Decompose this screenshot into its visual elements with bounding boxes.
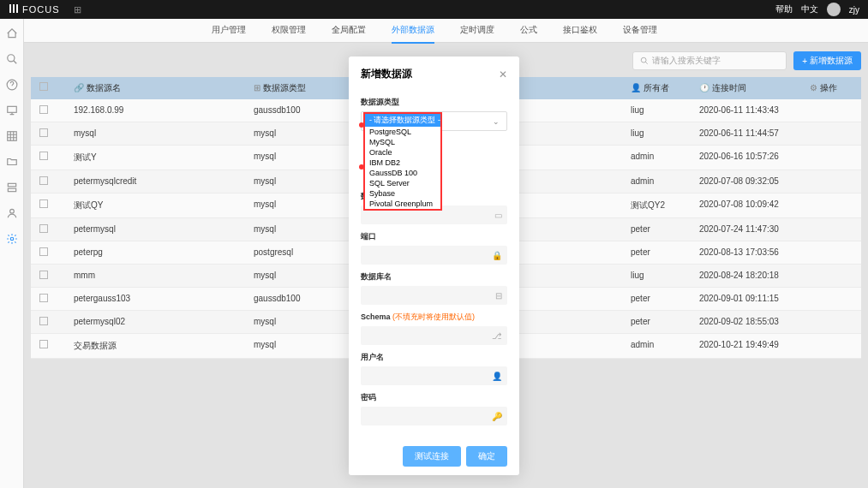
branch-icon: ⎇ [492,331,502,341]
dropdown-option[interactable]: Pivotal Greenplum [365,199,440,209]
card-icon: ▭ [494,211,502,220]
key-icon: 🔑 [492,412,502,421]
chevron-down-icon: ⌄ [493,117,500,126]
user-field[interactable] [361,366,507,385]
pass-field[interactable] [361,407,507,426]
dropdown-option[interactable]: MySQL [365,137,440,147]
lock-icon: 🔒 [492,251,502,260]
person-icon: 👤 [492,372,502,381]
schema-field[interactable] [361,326,507,345]
dropdown-option[interactable]: GaussDB 100 [365,168,440,178]
close-icon[interactable]: ✕ [499,68,507,80]
test-connection-button[interactable]: 测试连接 [403,446,461,467]
dropdown-option[interactable]: IBM DB2 [365,158,440,168]
label-schema: Schema (不填充时将使用默认值) [361,312,507,323]
label-user: 用户名 [361,352,507,363]
dropdown-option[interactable]: Oracle [365,147,440,158]
modal-title: 新增数据源 [361,67,412,81]
label-pass: 密码 [361,392,507,403]
dropdown-option[interactable]: PostgreSQL [365,127,440,137]
dropdown-option[interactable]: Sybase [365,188,440,199]
label-port: 端口 [361,231,507,242]
db-field[interactable] [361,286,507,305]
dropdown-option[interactable]: - 请选择数据源类型 - [365,114,440,127]
label-db: 数据库名 [361,271,507,283]
port-field[interactable] [361,246,507,265]
dropdown-option[interactable]: SQL Server [365,178,440,188]
confirm-button[interactable]: 确定 [466,446,507,467]
datasource-type-dropdown: - 请选择数据源类型 -PostgreSQLMySQLOracleIBM DB2… [363,112,442,211]
label-type: 数据源类型 [361,97,507,108]
db-icon: ⊟ [495,291,502,301]
